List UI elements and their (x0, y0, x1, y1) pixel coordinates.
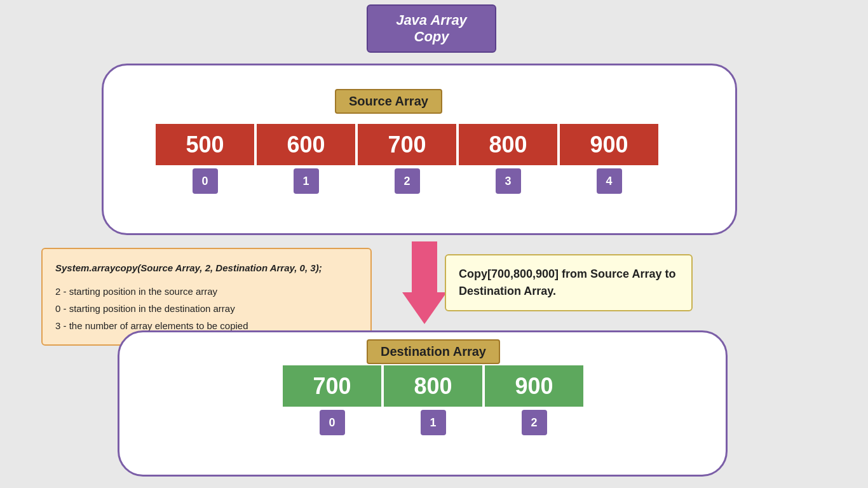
code-line: System.arraycopy(Source Array, 2, Destin… (55, 259, 358, 276)
copy-info-box: Copy[700,800,900] from Source Array to D… (445, 254, 693, 311)
source-cell-2: 700 (358, 124, 456, 165)
info-line-1: 2 - starting position in the source arra… (55, 283, 358, 300)
dest-cell-1: 800 (384, 365, 482, 407)
source-cell-3: 800 (459, 124, 557, 165)
source-cell-4: 900 (560, 124, 658, 165)
title-text: Java Array Copy (396, 12, 467, 44)
copy-info-text: Copy[700,800,900] from Source Array to D… (459, 268, 675, 297)
dest-index-1: 1 (384, 410, 482, 435)
arrow-head (402, 292, 447, 324)
title-box: Java Array Copy (367, 4, 496, 53)
dest-index-2: 2 (485, 410, 583, 435)
dest-indices: 0 1 2 (283, 410, 583, 435)
dest-cells: 700 800 900 (283, 365, 583, 407)
arrow-shaft (412, 241, 437, 292)
source-index-4: 4 (560, 168, 658, 194)
dest-index-0: 0 (283, 410, 381, 435)
copy-arrow (402, 241, 447, 324)
dest-cell-2: 900 (485, 365, 583, 407)
source-cell-1: 600 (257, 124, 355, 165)
source-indices: 0 1 2 3 4 (156, 168, 658, 194)
source-array-label: Source Array (335, 89, 442, 114)
source-cells: 500 600 700 800 900 (156, 124, 658, 165)
dest-cell-0: 700 (283, 365, 381, 407)
source-index-3: 3 (459, 168, 557, 194)
source-index-2: 2 (358, 168, 456, 194)
info-line-2: 0 - starting position in the destination… (55, 300, 358, 317)
dest-array-label: Destination Array (367, 339, 500, 364)
source-cell-0: 500 (156, 124, 254, 165)
source-index-0: 0 (156, 168, 254, 194)
source-index-1: 1 (257, 168, 355, 194)
